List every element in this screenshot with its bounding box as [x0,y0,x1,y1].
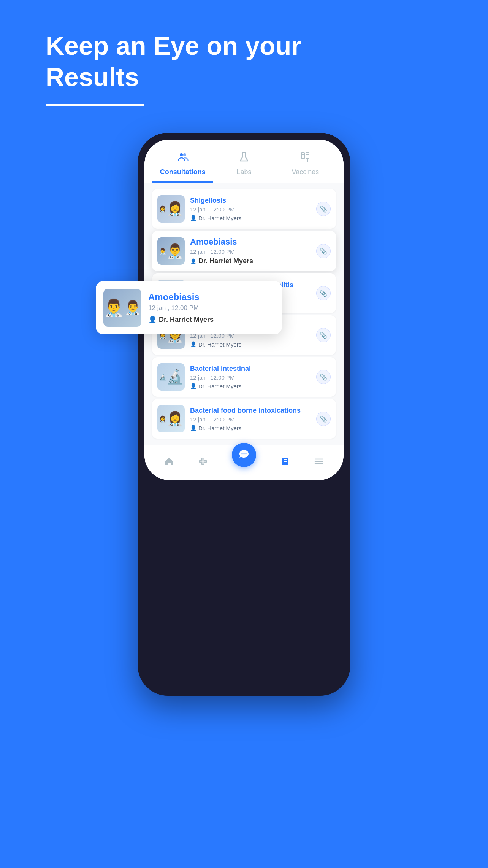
header-title: Keep an Eye on your Results [46,30,388,92]
item-image-5: 🔬 [157,363,185,391]
doctor-icon-1: 👤 [190,215,196,221]
item-title-1: Shigellosis [190,197,311,205]
svg-point-0 [180,153,183,156]
svg-rect-3 [301,153,304,159]
medical-icon [198,456,208,469]
svg-point-13 [241,453,242,454]
doctor-icon-5: 👤 [190,383,196,389]
item-doctor-5: 👤 Dr. Harriet Myers [190,383,311,389]
floating-card-info: Amoebiasis 12 jan , 12:00 PM 👤 Dr. Harri… [148,292,214,324]
menu-icon [314,456,324,469]
tab-bar: Consultations Labs [144,140,344,183]
item-title-2: Amoebiasis [190,237,311,247]
attachment-button-2[interactable]: 📎 [316,244,331,258]
phone-mockup: 👨‍⚕️ Amoebiasis 12 jan , 12:00 PM 👤 Dr. … [138,133,350,696]
attachment-icon-6: 📎 [320,415,327,423]
item-date-1: 12 jan , 12:00 PM [190,206,311,213]
tab-labs[interactable]: Labs [213,151,274,183]
svg-point-1 [183,153,186,156]
list-item[interactable]: 👩‍⚕️ Shigellosis 12 jan , 12:00 PM 👤 Dr.… [152,189,336,229]
item-doctor-2: 👤 Dr. Harriet Myers [190,257,311,265]
attachment-button-1[interactable]: 📎 [316,202,331,216]
floating-card-image: 👨‍⚕️ [103,289,141,327]
item-doctor-1: 👤 Dr. Harriet Myers [190,215,311,221]
floating-card[interactable]: 👨‍⚕️ Amoebiasis 12 jan , 12:00 PM 👤 Dr. … [96,281,282,334]
floating-card-doctor: 👤 Dr. Harriet Myers [148,315,214,324]
list-item-highlighted[interactable]: 👨‍⚕️ Amoebiasis 12 jan , 12:00 PM 👤 Dr. … [152,231,336,271]
tab-consultations-label: Consultations [160,168,206,176]
item-date-6: 12 jan , 12:00 PM [190,416,311,423]
item-doctor-4: 👤 Dr. Harriet Myers [190,341,311,348]
chat-fab-button[interactable] [232,443,256,467]
doctor-icon-6: 👤 [190,425,196,431]
tab-vaccines[interactable]: Vaccines [275,151,336,183]
attachment-icon-2: 📎 [320,248,327,255]
nav-medical[interactable] [198,456,208,469]
tab-labs-label: Labs [236,168,251,176]
nav-menu[interactable] [314,456,324,469]
consultations-icon [177,151,189,166]
item-image-6: 👩‍⚕️ [157,405,185,432]
nav-home[interactable] [164,456,174,469]
attachment-icon-1: 📎 [320,205,327,213]
svg-point-15 [245,453,246,454]
item-image-2: 👨‍⚕️ [157,237,185,265]
floating-card-date: 12 jan , 12:00 PM [148,304,214,312]
attachment-button-4[interactable]: 📎 [316,328,331,342]
list-item[interactable]: 👩‍⚕️ Bacterial food borne intoxications … [152,399,336,439]
item-image-1: 👩‍⚕️ [157,195,185,223]
attachment-icon-5: 📎 [320,374,327,381]
item-date-2: 12 jan , 12:00 PM [190,248,311,255]
attachment-icon-4: 📎 [320,332,327,339]
doctor-icon-2: 👤 [190,258,196,264]
chat-fab-icon [238,448,250,463]
attachment-button-6[interactable]: 📎 [316,412,331,426]
phone-outer-frame: Consultations Labs [138,133,350,696]
header-section: Keep an Eye on your Results [46,30,388,106]
tab-consultations[interactable]: Consultations [152,151,213,183]
item-doctor-6: 👤 Dr. Harriet Myers [190,425,311,431]
floating-card-title: Amoebiasis [148,292,214,302]
item-info-2: Amoebiasis 12 jan , 12:00 PM 👤 Dr. Harri… [190,237,311,265]
attachment-button-3[interactable]: 📎 [316,286,331,300]
item-info-5: Bacterial intestinal 12 jan , 12:00 PM 👤… [190,365,311,389]
bottom-navigation [144,445,344,480]
item-date-5: 12 jan , 12:00 PM [190,374,311,381]
doctor-icon-4: 👤 [190,341,196,347]
item-title-5: Bacterial intestinal [190,365,311,373]
item-title-6: Bacterial food borne intoxications [190,407,311,415]
svg-point-14 [243,453,244,454]
vaccines-icon [299,151,311,166]
nav-chat-fab[interactable] [232,450,256,475]
labs-icon [238,151,250,166]
doctor-person-icon: 👤 [148,315,157,324]
attachment-icon-3: 📎 [320,290,327,297]
svg-rect-12 [200,461,206,462]
item-info-6: Bacterial food borne intoxications 12 ja… [190,407,311,431]
records-icon [280,456,290,469]
svg-rect-4 [306,153,309,159]
home-icon [164,456,174,469]
tab-vaccines-label: Vaccines [292,168,319,176]
header-underline [46,104,144,106]
item-info-1: Shigellosis 12 jan , 12:00 PM 👤 Dr. Harr… [190,197,311,221]
nav-records[interactable] [280,456,290,469]
attachment-button-5[interactable]: 📎 [316,370,331,384]
list-item[interactable]: 🔬 Bacterial intestinal 12 jan , 12:00 PM… [152,357,336,397]
